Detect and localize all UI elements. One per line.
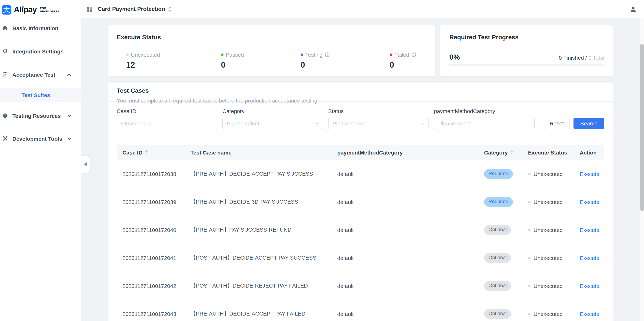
category-badge: Required xyxy=(484,197,513,207)
col-execute-status: Execute Status xyxy=(522,149,574,156)
case-id-input[interactable] xyxy=(117,118,217,129)
col-test-case-name: Test Case name xyxy=(184,149,332,156)
execute-link[interactable]: Execute xyxy=(580,199,599,205)
table-row: 202311271100172039 【PRE-AUTH】DECIDE-3D-P… xyxy=(117,188,604,216)
category-badge: Optional xyxy=(484,253,511,263)
status-dot xyxy=(528,284,530,287)
sidebar-item-development-tools[interactable]: Development Tools xyxy=(0,131,81,146)
testing-dot xyxy=(300,54,303,56)
sidebar: Alipay FOR DEVELOPERS Basic Information … xyxy=(0,0,81,321)
brand-suffix: FOR DEVELOPERS xyxy=(40,5,60,13)
filter-label: Case ID xyxy=(117,108,217,114)
sidebar-item-integration-settings[interactable]: ⚙ Integration Settings xyxy=(0,44,81,58)
chevron-down-icon xyxy=(67,137,71,140)
status-dot xyxy=(528,256,530,259)
status-select[interactable]: Please select xyxy=(328,118,429,129)
alipay-logo-icon xyxy=(2,5,11,14)
collapse-arrow-icon xyxy=(84,162,87,166)
failed-dot xyxy=(390,54,392,56)
stat-testing: Testing 0 xyxy=(300,52,390,70)
execute-link[interactable]: Execute xyxy=(580,311,599,317)
required-test-progress-card: Required Test Progress 0% 0 Finished / 0… xyxy=(440,25,614,76)
stat-passed: Passed 0 xyxy=(221,52,300,70)
topbar: Card Payment Protection xyxy=(81,0,644,18)
sidebar-collapse-button[interactable] xyxy=(81,155,90,174)
col-payment-method-category: paymentMethodCategory xyxy=(332,149,478,156)
table-row: 202311271100172038 【PRE-AUTH】DECIDE-ACCE… xyxy=(117,160,604,188)
brand-logo[interactable]: Alipay FOR DEVELOPERS xyxy=(0,0,81,20)
execute-link[interactable]: Execute xyxy=(580,171,599,177)
tools-icon xyxy=(2,135,8,142)
cell-case-id: 202311271100172038 xyxy=(117,171,184,177)
sidebar-item-testing-resources[interactable]: Testing Resources xyxy=(0,108,81,123)
main-area: Card Payment Protection Execute Status xyxy=(81,0,644,321)
test-cases-card: Test Cases You must complete all require… xyxy=(108,82,614,321)
cell-execute-status: Unexecuted xyxy=(522,227,574,233)
cube-icon xyxy=(2,112,8,119)
cell-payment-method-category: default xyxy=(332,283,478,289)
cell-execute-status: Unexecuted xyxy=(522,283,574,289)
scrollbar-thumb[interactable] xyxy=(640,44,644,211)
scrollbar[interactable] xyxy=(640,18,644,321)
col-action: Action xyxy=(574,149,604,156)
category-badge: Optional xyxy=(484,281,511,291)
chevron-up-icon xyxy=(67,73,71,76)
info-icon[interactable] xyxy=(412,52,416,57)
table-row: 202311271100172043 【PRE-AUTH】DECIDE-ACCE… xyxy=(117,300,604,321)
search-button[interactable]: Search xyxy=(574,118,604,129)
payment-method-category-select[interactable]: Please select xyxy=(434,118,534,129)
sort-icon[interactable] xyxy=(510,150,513,154)
gear-icon: ⚙ xyxy=(2,48,8,54)
execute-link[interactable]: Execute xyxy=(580,255,599,261)
app-switcher-updown-icon[interactable] xyxy=(168,6,172,12)
sidebar-item-basic-information[interactable]: Basic Information xyxy=(0,21,81,35)
filter-category: Category Please select xyxy=(222,108,323,129)
chevron-down-icon xyxy=(67,114,71,117)
cell-case-id: 202311271100172039 xyxy=(117,199,184,205)
status-dot xyxy=(528,312,530,315)
select-chevron-icon xyxy=(420,122,424,125)
execute-status-title: Execute Status xyxy=(117,34,426,41)
unexecuted-count: 12 xyxy=(126,60,221,70)
brand-name: Alipay xyxy=(14,5,37,14)
unexecuted-dot xyxy=(126,54,129,56)
passed-dot xyxy=(221,54,224,56)
user-avatar-icon[interactable] xyxy=(630,6,637,12)
category-badge: Optional xyxy=(484,225,511,235)
cell-payment-method-category: default xyxy=(332,255,478,261)
failed-count: 0 xyxy=(390,60,416,70)
info-icon[interactable] xyxy=(325,52,330,57)
filter-status: Status Please select xyxy=(328,108,429,129)
testing-count: 0 xyxy=(300,60,390,70)
cell-payment-method-category: default xyxy=(332,227,478,233)
category-select[interactable]: Please select xyxy=(222,118,323,129)
execute-status-card: Execute Status Unexecuted 12 xyxy=(108,25,436,76)
status-dot xyxy=(528,172,530,175)
cell-case-id: 202311271100172043 xyxy=(117,311,184,317)
progress-percent: 0% xyxy=(450,53,460,62)
app-switcher-label[interactable]: Card Payment Protection xyxy=(98,6,165,12)
sort-icon[interactable] xyxy=(145,150,148,154)
page-content: Execute Status Unexecuted 12 xyxy=(81,18,644,321)
app-window: Alipay FOR DEVELOPERS Basic Information … xyxy=(0,0,644,321)
cell-case-id: 202311271100172042 xyxy=(117,283,184,289)
sidebar-item-test-suites[interactable]: Test Suites xyxy=(0,88,81,102)
progress-bar xyxy=(450,64,604,66)
home-icon xyxy=(2,25,8,31)
filter-label: Status xyxy=(328,108,429,114)
reset-button[interactable]: Reset xyxy=(544,118,570,129)
status-dot xyxy=(528,228,530,231)
col-case-id: Case ID xyxy=(117,149,184,156)
cell-test-case-name: 【PRE-AUTH】DECIDE-ACCEPT-PAY-SUCCESS xyxy=(184,170,332,177)
sidebar-nav: Basic Information ⚙ Integration Settings… xyxy=(0,20,81,146)
sidebar-item-acceptance-test[interactable]: Acceptance Test xyxy=(0,67,81,82)
stat-unexecuted: Unexecuted 12 xyxy=(126,52,221,70)
table-row: 202311271100172040 【PRE-AUTH】PAY-SUCCESS… xyxy=(117,216,604,244)
col-category: Category xyxy=(478,149,522,156)
progress-title: Required Test Progress xyxy=(450,34,604,41)
test-cases-title: Test Cases xyxy=(117,87,604,94)
execute-link[interactable]: Execute xyxy=(580,283,599,289)
brand-i-dot xyxy=(22,6,24,8)
cell-execute-status: Unexecuted xyxy=(522,199,574,205)
execute-link[interactable]: Execute xyxy=(580,227,599,233)
